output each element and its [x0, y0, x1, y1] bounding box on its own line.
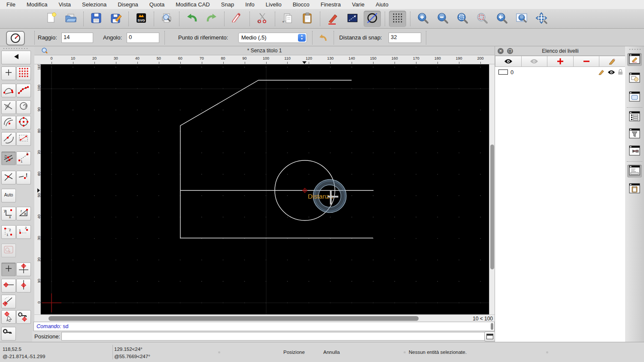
document-titlebar[interactable]: * Senza titolo 1 — [34, 46, 495, 55]
radius-input[interactable]: 14 — [61, 33, 93, 43]
zoom-pan-button[interactable] — [533, 11, 550, 27]
restrict-orthogonal-button[interactable] — [16, 262, 31, 276]
snap-distance-input[interactable]: 32 — [389, 33, 421, 43]
panel-properties-button[interactable] — [627, 111, 642, 124]
zoom-previous-button[interactable] — [493, 11, 510, 27]
layer-visible-eye-icon[interactable] — [608, 69, 615, 75]
panel-command-line-button[interactable] — [627, 165, 642, 178]
menu-modifica[interactable]: Modifica — [27, 1, 47, 8]
set-relative-zero-button[interactable] — [1, 310, 16, 324]
snap-intersection-auto-button[interactable] — [1, 100, 16, 114]
coord-polar-button[interactable]: ra — [16, 207, 31, 220]
snap-intersection-x-button[interactable] — [1, 171, 16, 184]
refpoint-select[interactable]: Medio (,5) ▲▼ — [238, 33, 307, 43]
snap-on-entity-button[interactable] — [16, 84, 31, 97]
snap-auto-button[interactable]: Auto — [1, 189, 16, 202]
panel-layers-button[interactable] — [627, 53, 642, 66]
zoom-window-button[interactable] — [513, 11, 530, 27]
panel-clipboard-button[interactable] — [627, 183, 642, 196]
snap-grid-button[interactable] — [16, 66, 31, 80]
menu-seleziona[interactable]: Seleziona — [82, 1, 106, 8]
menu-snap[interactable]: Snap — [221, 1, 234, 8]
delete-entities-button[interactable] — [228, 11, 246, 27]
options-back-button[interactable] — [317, 32, 330, 44]
current-tool-button[interactable] — [6, 31, 25, 45]
snap-endpoints-button[interactable] — [1, 84, 16, 97]
undo-button[interactable] — [183, 11, 200, 27]
menu-finestra[interactable]: Finestra — [321, 1, 341, 8]
layer-color-swatch[interactable] — [498, 69, 508, 75]
copy-button[interactable]: + — [279, 11, 296, 27]
snap-free-button[interactable] — [1, 66, 16, 80]
panel-filter-button[interactable] — [627, 128, 642, 141]
command-window-button[interactable] — [484, 332, 495, 341]
save-button[interactable] — [88, 11, 105, 27]
panel-library-button[interactable] — [627, 91, 642, 104]
menu-file[interactable]: File — [6, 1, 15, 8]
reference-rectangle-button[interactable] — [344, 11, 361, 27]
vertical-scrollbar[interactable] — [489, 64, 495, 314]
edit-layer-button[interactable] — [599, 56, 626, 67]
menu-aiuto[interactable]: Aiuto — [376, 1, 389, 8]
snap-middle-button[interactable] — [1, 151, 16, 165]
panel-blocks-button[interactable] — [627, 72, 642, 85]
show-all-layers-button[interactable] — [495, 56, 522, 67]
snap-dist-rect-button[interactable] — [16, 132, 31, 146]
remove-layer-button[interactable] — [574, 56, 600, 67]
rel-cartesian-12-button[interactable]: 12 — [1, 225, 16, 239]
menu-quota[interactable]: Quota — [149, 1, 164, 8]
zoom-auto-button[interactable] — [454, 11, 471, 27]
layer-lock-icon[interactable] — [618, 69, 623, 75]
zoom-in-button[interactable] — [414, 11, 431, 27]
snap-dist-12-button[interactable]: 12 — [16, 151, 31, 165]
entity-outline[interactable] — [180, 80, 374, 238]
zoom-out-button[interactable] — [434, 11, 451, 27]
menu-blocco[interactable]: Blocco — [293, 1, 310, 8]
menu-disegna[interactable]: Disegna — [118, 1, 138, 8]
hide-all-layers-button[interactable] — [522, 56, 548, 67]
position-input[interactable] — [61, 332, 513, 341]
layer-edit-pencil-icon[interactable] — [598, 69, 605, 75]
circle-line-button[interactable] — [364, 11, 381, 27]
dock-handle[interactable] — [629, 48, 641, 50]
snap-center-button[interactable] — [16, 100, 31, 114]
snap-arc-point-button[interactable] — [1, 116, 16, 130]
redo-button[interactable] — [203, 11, 220, 27]
menu-vista[interactable]: Vista — [58, 1, 71, 8]
zoom-selection-button[interactable] — [474, 11, 491, 27]
restrict-vertical-button[interactable] — [16, 279, 31, 293]
snap-circle-reference-button[interactable] — [16, 116, 31, 130]
coord-cartesian-button[interactable]: yx — [1, 207, 16, 220]
new-document-button[interactable] — [43, 11, 60, 27]
palette-handle[interactable] — [3, 48, 29, 49]
command-scrollbar[interactable] — [491, 323, 493, 330]
grid-toggle-button[interactable] — [389, 11, 406, 27]
save-as-button[interactable] — [107, 11, 125, 27]
layers-panel-titlebar[interactable]: ✕ ❐ Elenco dei livelli — [495, 46, 626, 56]
open-file-button[interactable] — [62, 11, 79, 27]
export-svg-button[interactable]: SVG — [133, 11, 150, 27]
vscroll-thumb[interactable] — [490, 145, 494, 269]
restrict-angle-button[interactable] — [1, 295, 16, 308]
panel-projection-button[interactable] — [627, 145, 642, 158]
paste-button[interactable] — [299, 11, 316, 27]
layer-row[interactable]: 0 — [495, 67, 626, 77]
menu-modifica-cad[interactable]: Modifica CAD — [176, 1, 210, 8]
horizontal-scrollbar[interactable]: 10 < 100 — [34, 314, 495, 322]
drawing-canvas[interactable]: Distanza — [41, 64, 489, 314]
rel-disabled-button[interactable] — [1, 244, 16, 257]
cut-button[interactable]: + — [254, 11, 271, 27]
menu-varie[interactable]: Varie — [352, 1, 365, 8]
add-layer-button[interactable] — [547, 56, 574, 67]
palette-back-button[interactable] — [1, 51, 31, 64]
restrict-horizontal-button[interactable] — [1, 279, 16, 293]
edit-pencil-button[interactable] — [324, 11, 341, 27]
key-lock-button[interactable] — [1, 327, 16, 341]
angle-input[interactable]: 0 — [127, 33, 159, 43]
command-history[interactable]: Comando: sd — [33, 322, 495, 331]
print-preview-button[interactable] — [158, 11, 175, 27]
rel-polar-12-button[interactable]: 12 — [16, 225, 31, 239]
snap-intersection-manual-button[interactable]: ! — [16, 171, 31, 184]
hscroll-thumb[interactable] — [49, 316, 419, 321]
menu-info[interactable]: Info — [245, 1, 255, 8]
